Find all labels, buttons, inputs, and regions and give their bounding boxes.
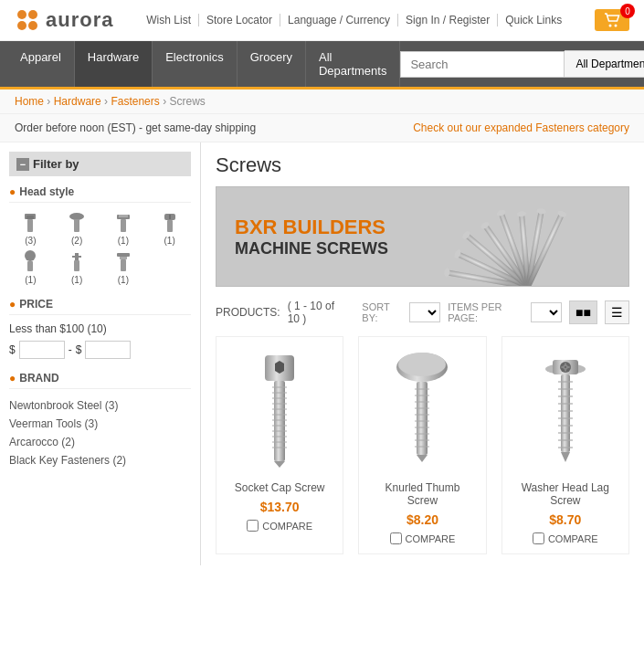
svg-point-26 — [444, 268, 451, 278]
svg-rect-23 — [120, 257, 127, 259]
wish-list-link[interactable]: Wish List — [139, 14, 199, 26]
product-price-2: $8.70 — [512, 512, 619, 527]
logo-text: aurora — [46, 8, 113, 32]
breadcrumb-fasteners[interactable]: Fasteners — [111, 95, 159, 108]
sign-in-link[interactable]: Sign In / Register — [398, 14, 498, 26]
content-area: Screws BXR BUILDERS MACHINE SCREWS — [201, 142, 644, 565]
price-option-0[interactable]: Less than $100 (10) — [9, 322, 191, 335]
per-page-select[interactable] — [531, 302, 562, 322]
head-style-icon-1 — [64, 210, 90, 236]
compare-checkbox-2[interactable] — [533, 532, 544, 544]
head-style-item-1[interactable]: (2) — [56, 210, 99, 246]
product-image-2 — [512, 346, 619, 474]
brand-item-3[interactable]: Black Key Fasteners (2) — [9, 451, 191, 469]
compare-label-2[interactable]: COMPARE — [548, 533, 598, 544]
compare-checkbox-1[interactable] — [390, 532, 402, 544]
price-to-input[interactable] — [85, 341, 131, 359]
compare-label-0[interactable]: COMPARE — [262, 521, 312, 532]
brand-item-1[interactable]: Veerman Tools (3) — [9, 415, 191, 433]
head-style-grid: (3) (2) (1) — [9, 210, 191, 285]
nav-tabs: Apparel Hardware Electronics Grocery All… — [7, 41, 400, 87]
svg-point-2 — [17, 21, 26, 30]
search-input[interactable] — [400, 51, 565, 78]
cart-icon — [604, 13, 620, 27]
product-image-0 — [226, 346, 333, 474]
head-style-icon-3 — [157, 210, 183, 236]
filter-collapse-icon[interactable]: − — [16, 158, 29, 171]
compare-label-1[interactable]: COMPARE — [406, 533, 456, 544]
sidebar: − Filter by ● Head style (3) — [0, 142, 201, 565]
nav-tab-electronics[interactable]: Electronics — [153, 41, 238, 87]
price-section-title: ● PRICE — [9, 298, 191, 315]
svg-point-38 — [536, 207, 546, 215]
banner-image — [428, 187, 628, 286]
quick-links-link[interactable]: Quick Links — [498, 14, 569, 26]
svg-point-58 — [398, 353, 446, 376]
svg-rect-18 — [27, 261, 33, 271]
breadcrumb-current: Screws — [169, 95, 205, 108]
nav-tab-hardware[interactable]: Hardware — [75, 41, 153, 87]
svg-marker-70 — [417, 455, 428, 462]
sort-by-select[interactable] — [409, 302, 440, 322]
svg-rect-22 — [117, 253, 130, 257]
banner-text: BXR BUILDERS MACHINE SCREWS — [216, 201, 406, 273]
svg-rect-7 — [27, 219, 33, 232]
brand-section-title: ● BRAND — [9, 372, 191, 389]
compare-checkbox-0[interactable] — [247, 520, 259, 532]
banner-screw-svg — [437, 187, 619, 286]
products-label: PRODUCTS: — [216, 306, 280, 319]
price-to-label: $ — [76, 343, 82, 356]
product-card-0: Socket Cap Screw $13.70 COMPARE — [216, 336, 343, 554]
head-style-item-6[interactable]: (1) — [102, 249, 145, 285]
language-currency-link[interactable]: Language / Currency — [280, 14, 398, 26]
cart-button[interactable]: 0 — [595, 9, 629, 31]
brand-item-2[interactable]: Arcarocco (2) — [9, 433, 191, 451]
cart-badge: 0 — [620, 4, 635, 18]
product-image-1 — [368, 346, 476, 474]
svg-point-4 — [609, 25, 612, 27]
product-card-1: Knurled Thumb Screw $8.20 COMPARE — [358, 336, 486, 554]
svg-rect-39 — [525, 213, 565, 286]
head-style-item-5[interactable]: (1) — [56, 249, 99, 285]
department-select[interactable]: All Departments — [565, 50, 644, 78]
store-locator-link[interactable]: Store Locator — [199, 14, 280, 26]
price-range: $ - $ — [9, 341, 191, 359]
compare-row-2: COMPARE — [512, 532, 619, 544]
head-style-item-0[interactable]: (3) — [9, 210, 52, 246]
promo-bar: Order before noon (EST) - get same-day s… — [0, 114, 644, 142]
compare-row-0: COMPARE — [226, 520, 333, 532]
svg-rect-59 — [417, 382, 428, 455]
product-name-1[interactable]: Knurled Thumb Screw — [368, 481, 476, 507]
search-bar: All Departments 🔍 — [400, 50, 644, 78]
svg-point-0 — [17, 10, 26, 19]
page-title: Screws — [216, 153, 629, 177]
per-page-label: ITEMS PER PAGE: — [448, 301, 523, 323]
promo-left: Order before noon (EST) - get same-day s… — [15, 121, 256, 134]
head-style-item-3[interactable]: (1) — [148, 210, 191, 246]
svg-rect-10 — [74, 219, 79, 232]
head-style-icon-2 — [111, 210, 136, 236]
nav-tab-apparel[interactable]: Apparel — [7, 41, 75, 87]
svg-rect-15 — [167, 220, 173, 232]
svg-point-3 — [28, 21, 37, 30]
grid-view-button[interactable]: ■■ — [569, 300, 597, 324]
promo-right[interactable]: Check out our expanded Fasteners categor… — [413, 121, 629, 134]
nav-tab-all-departments[interactable]: All Departments — [306, 41, 400, 87]
price-from-input[interactable] — [19, 341, 65, 359]
product-name-2[interactable]: Washer Head Lag Screw — [512, 481, 619, 507]
list-view-button[interactable]: ☰ — [605, 300, 629, 324]
head-style-item-4[interactable]: (1) — [9, 249, 52, 285]
product-card-2: Washer Head Lag Screw $8.70 COMPARE — [501, 336, 629, 554]
banner-sub: MACHINE SCREWS — [235, 239, 388, 258]
head-style-item-2[interactable]: (1) — [102, 210, 145, 246]
breadcrumb-home[interactable]: Home — [15, 95, 44, 108]
product-name-0[interactable]: Socket Cap Screw — [226, 481, 333, 494]
brand-item-0[interactable]: Newtonbrook Steel (3) — [9, 396, 191, 415]
banner-brand: BXR BUILDERS — [235, 216, 388, 239]
price-section: ● PRICE Less than $100 (10) $ - $ — [9, 298, 191, 359]
product-price-1: $8.20 — [368, 512, 476, 527]
breadcrumb-hardware[interactable]: Hardware — [54, 95, 101, 108]
nav-tab-grocery[interactable]: Grocery — [238, 41, 306, 87]
head-style-icon-0 — [17, 210, 43, 236]
compare-row-1: COMPARE — [368, 532, 476, 544]
